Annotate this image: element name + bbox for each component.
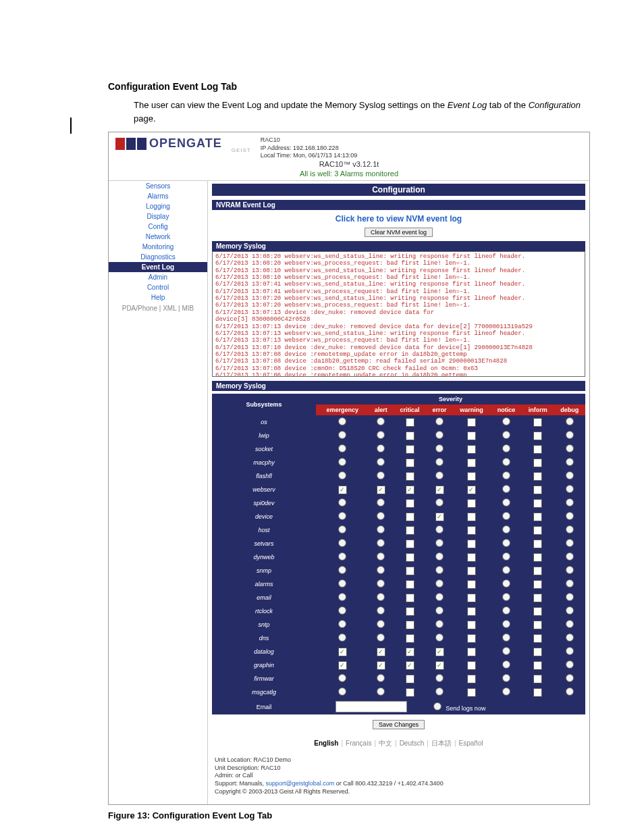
socket-error-toggle[interactable] <box>435 444 444 452</box>
os-emergency-toggle[interactable] <box>338 417 346 425</box>
setvars-error-toggle[interactable] <box>435 539 444 547</box>
email-warning-toggle[interactable] <box>467 594 476 602</box>
datalog-critical-toggle[interactable] <box>406 648 414 656</box>
sntp-error-toggle[interactable] <box>435 620 444 628</box>
flashfl-warning-toggle[interactable] <box>467 472 476 481</box>
lang-3[interactable]: Deutsch <box>400 739 425 747</box>
flashfl-notice-toggle[interactable] <box>502 471 510 479</box>
spi0dev-warning-toggle[interactable] <box>467 499 476 508</box>
lang-4[interactable]: 日本語 <box>431 739 452 747</box>
macphy-debug-toggle[interactable] <box>566 458 574 466</box>
lang-2[interactable]: 中文 <box>379 739 392 747</box>
dns-inform-toggle[interactable] <box>533 634 542 643</box>
macphy-warning-toggle[interactable] <box>467 459 476 467</box>
dynweb-critical-toggle[interactable] <box>406 553 414 562</box>
datalog-notice-toggle[interactable] <box>502 647 510 655</box>
host-notice-toggle[interactable] <box>502 525 510 533</box>
firmwar-inform-toggle[interactable] <box>533 675 542 683</box>
rtclock-alert-toggle[interactable] <box>377 606 385 615</box>
firmwar-debug-toggle[interactable] <box>566 674 574 682</box>
device-warning-toggle[interactable] <box>467 513 476 521</box>
datalog-inform-toggle[interactable] <box>533 648 542 656</box>
webserv-inform-toggle[interactable] <box>533 486 542 494</box>
firmwar-warning-toggle[interactable] <box>467 675 476 683</box>
email-inform-toggle[interactable] <box>533 594 542 602</box>
socket-notice-toggle[interactable] <box>502 444 510 452</box>
flashfl-critical-toggle[interactable] <box>406 472 414 481</box>
email-emergency-toggle[interactable] <box>338 593 346 601</box>
dns-error-toggle[interactable] <box>435 633 444 642</box>
spi0dev-notice-toggle[interactable] <box>502 498 510 506</box>
msgcatlg-critical-toggle[interactable] <box>406 688 414 697</box>
datalog-warning-toggle[interactable] <box>467 648 476 656</box>
os-warning-toggle[interactable] <box>467 418 476 427</box>
alarms-emergency-toggle[interactable] <box>338 579 346 588</box>
alarms-warning-toggle[interactable] <box>467 580 476 589</box>
device-alert-toggle[interactable] <box>377 512 385 520</box>
sidebar-footer-links[interactable]: PDA/Phone | XML | MIB <box>109 303 207 314</box>
snmp-error-toggle[interactable] <box>435 566 444 574</box>
snmp-alert-toggle[interactable] <box>377 566 385 574</box>
firmwar-notice-toggle[interactable] <box>502 674 510 682</box>
device-notice-toggle[interactable] <box>502 512 510 520</box>
dns-alert-toggle[interactable] <box>377 633 385 642</box>
macphy-critical-toggle[interactable] <box>406 459 414 467</box>
sntp-emergency-toggle[interactable] <box>338 620 346 628</box>
datalog-debug-toggle[interactable] <box>566 647 574 655</box>
datalog-emergency-toggle[interactable] <box>338 648 347 656</box>
os-inform-toggle[interactable] <box>533 418 542 427</box>
alarms-error-toggle[interactable] <box>435 579 444 588</box>
email-debug-toggle[interactable] <box>566 593 574 601</box>
msgcatlg-inform-toggle[interactable] <box>533 688 542 697</box>
graphin-warning-toggle[interactable] <box>467 661 476 670</box>
setvars-debug-toggle[interactable] <box>566 539 574 547</box>
rtclock-critical-toggle[interactable] <box>406 607 414 616</box>
device-critical-toggle[interactable] <box>406 513 414 521</box>
macphy-emergency-toggle[interactable] <box>338 458 346 466</box>
socket-emergency-toggle[interactable] <box>338 444 346 452</box>
webserv-error-toggle[interactable] <box>435 486 444 494</box>
sidebar-item-admin[interactable]: Admin <box>109 272 207 282</box>
sidebar-item-config[interactable]: Config <box>109 221 207 232</box>
rtclock-notice-toggle[interactable] <box>502 606 510 615</box>
sidebar-item-sensors[interactable]: Sensors <box>109 181 207 191</box>
snmp-emergency-toggle[interactable] <box>338 566 346 574</box>
flashfl-inform-toggle[interactable] <box>533 472 542 481</box>
graphin-critical-toggle[interactable] <box>406 661 414 670</box>
dns-emergency-toggle[interactable] <box>338 633 346 642</box>
sntp-notice-toggle[interactable] <box>502 620 510 628</box>
host-alert-toggle[interactable] <box>377 525 385 533</box>
setvars-inform-toggle[interactable] <box>533 540 542 548</box>
dynweb-alert-toggle[interactable] <box>377 552 385 561</box>
firmwar-emergency-toggle[interactable] <box>338 674 346 682</box>
macphy-notice-toggle[interactable] <box>502 458 510 466</box>
dynweb-notice-toggle[interactable] <box>502 552 510 561</box>
socket-warning-toggle[interactable] <box>467 445 476 454</box>
setvars-notice-toggle[interactable] <box>502 539 510 547</box>
spi0dev-critical-toggle[interactable] <box>406 499 414 508</box>
socket-inform-toggle[interactable] <box>533 445 542 454</box>
lwip-notice-toggle[interactable] <box>502 431 510 439</box>
dynweb-error-toggle[interactable] <box>435 552 444 561</box>
nvm-view-link[interactable]: Click here to view NVM event log <box>212 210 585 226</box>
dynweb-debug-toggle[interactable] <box>566 552 574 561</box>
dynweb-warning-toggle[interactable] <box>467 553 476 562</box>
setvars-warning-toggle[interactable] <box>467 540 476 548</box>
lang-1[interactable]: Français <box>346 739 371 747</box>
sntp-warning-toggle[interactable] <box>467 621 476 629</box>
email-error-toggle[interactable] <box>435 593 444 601</box>
os-error-toggle[interactable] <box>435 417 444 425</box>
sntp-critical-toggle[interactable] <box>406 621 414 629</box>
host-critical-toggle[interactable] <box>406 526 414 535</box>
alarms-alert-toggle[interactable] <box>377 579 385 588</box>
graphin-emergency-toggle[interactable] <box>338 661 347 670</box>
sntp-inform-toggle[interactable] <box>533 621 542 629</box>
msgcatlg-error-toggle[interactable] <box>435 687 444 696</box>
device-inform-toggle[interactable] <box>533 513 542 521</box>
sidebar-item-help[interactable]: Help <box>109 292 207 303</box>
alarms-critical-toggle[interactable] <box>406 580 414 589</box>
msgcatlg-alert-toggle[interactable] <box>377 687 385 696</box>
sidebar-item-control[interactable]: Control <box>109 282 207 292</box>
lang-0[interactable]: English <box>314 739 338 747</box>
alarms-notice-toggle[interactable] <box>502 579 510 588</box>
